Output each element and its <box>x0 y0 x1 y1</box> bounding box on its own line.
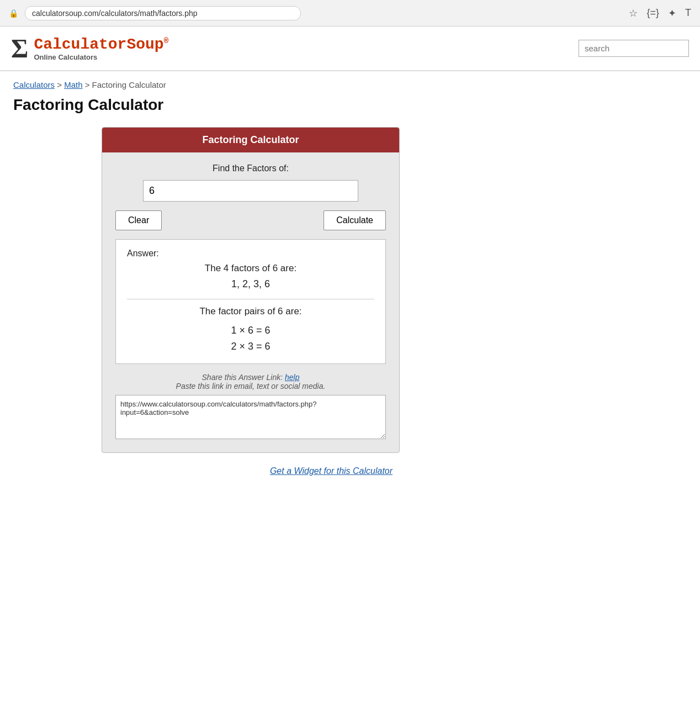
breadcrumb-calculators[interactable]: Calculators <box>13 80 55 89</box>
code-icon[interactable]: {=} <box>646 7 659 19</box>
factor-pair-2: 2 × 3 = 6 <box>127 339 374 355</box>
share-help-link[interactable]: help <box>285 373 299 382</box>
calc-buttons: Clear Calculate <box>115 210 386 230</box>
breadcrumb-current: Factoring Calculator <box>92 80 166 89</box>
main-content: Calculators > Math > Factoring Calculato… <box>0 71 700 494</box>
logo-area: Σ CalculatorSoup® Online Calculators <box>11 33 168 64</box>
share-paste-text: Paste this link in email, text or social… <box>176 382 326 391</box>
dropbox-icon[interactable]: ✦ <box>668 7 676 19</box>
text-icon[interactable]: T <box>685 7 691 19</box>
lock-icon: 🔒 <box>9 9 18 18</box>
share-link-textarea[interactable] <box>115 395 386 439</box>
calc-input-label: Find the Factors of: <box>115 163 386 173</box>
page-wrapper: 博 Σ CalculatorSoup® Online Calculators C… <box>0 27 700 728</box>
breadcrumb-sep2: > <box>85 80 92 89</box>
browser-icons: ☆ {=} ✦ T <box>629 7 691 19</box>
answer-label: Answer: <box>127 249 374 259</box>
logo-name-black: Calculator <box>34 36 126 53</box>
share-section: Share this Answer Link: help Paste this … <box>115 373 386 391</box>
logo-subtitle: Online Calculators <box>34 53 168 61</box>
calc-number-input[interactable] <box>143 180 358 202</box>
breadcrumb-math[interactable]: Math <box>64 80 82 89</box>
logo-text: CalculatorSoup® Online Calculators <box>34 36 168 61</box>
content-area: Calculators > Math > Factoring Calculato… <box>0 71 662 494</box>
logo-name-red: Soup <box>126 36 163 53</box>
logo-title: CalculatorSoup® <box>34 36 168 53</box>
factor-pairs: 1 × 6 = 6 2 × 3 = 6 <box>127 323 374 355</box>
get-widget-link[interactable]: Get a Widget for this Calculator <box>13 462 649 485</box>
url-bar[interactable]: calculatorsoup.com/calculators/math/fact… <box>25 6 301 20</box>
breadcrumb: Calculators > Math > Factoring Calculato… <box>13 80 649 89</box>
answer-box: Answer: The 4 factors of 6 are: 1, 2, 3,… <box>115 239 386 364</box>
logo-reg: ® <box>164 36 168 45</box>
clear-button[interactable]: Clear <box>115 210 162 230</box>
factors-list: 1, 2, 3, 6 <box>127 278 374 290</box>
answer-content: The 4 factors of 6 are: 1, 2, 3, 6 The f… <box>127 263 374 355</box>
browser-bar: 🔒 calculatorsoup.com/calculators/math/fa… <box>0 0 700 27</box>
breadcrumb-sep1: > <box>57 80 64 89</box>
star-icon[interactable]: ☆ <box>629 7 638 19</box>
factors-title: The 4 factors of 6 are: <box>127 263 374 274</box>
share-text: Share this Answer Link: <box>202 373 283 382</box>
factor-pair-1: 1 × 6 = 6 <box>127 323 374 339</box>
search-input[interactable] <box>579 40 689 57</box>
factor-pairs-title: The factor pairs of 6 are: <box>127 306 374 317</box>
answer-divider <box>127 299 374 299</box>
site-header: Σ CalculatorSoup® Online Calculators <box>0 27 700 71</box>
calculator-header: Factoring Calculator <box>102 128 399 152</box>
page-title: Factoring Calculator <box>13 96 649 114</box>
calculate-button[interactable]: Calculate <box>324 210 386 230</box>
sigma-icon: Σ <box>11 33 28 64</box>
calculator-body: Find the Factors of: Clear Calculate Ans… <box>102 152 399 452</box>
calculator-widget: Factoring Calculator Find the Factors of… <box>102 127 400 453</box>
